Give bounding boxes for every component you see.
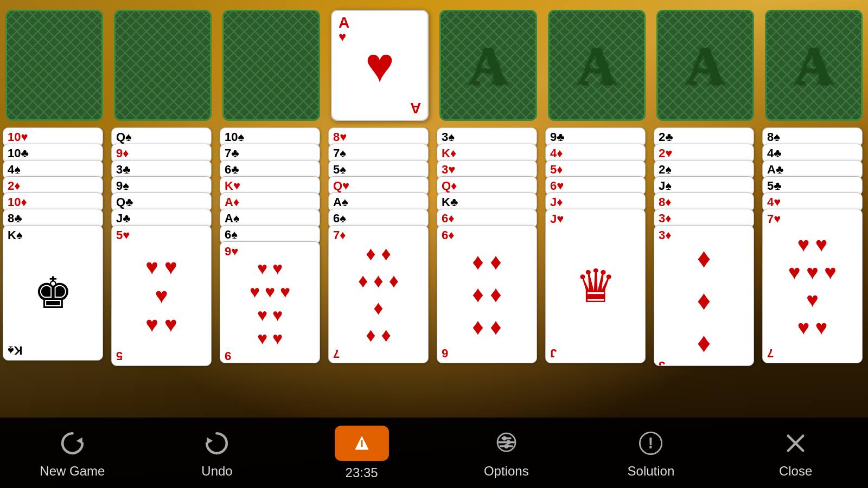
undo-label: Undo bbox=[201, 464, 232, 479]
game-area: A ♥ ♥ A A A A A 10♥ 1 bbox=[0, 0, 868, 488]
svg-text:!: ! bbox=[648, 433, 654, 451]
foundation-slot-5[interactable]: A bbox=[439, 10, 537, 121]
close-label: Close bbox=[779, 464, 812, 479]
column-1: 10♥ 10♣ 4♠ 2♦ 10♦ 8♣ bbox=[3, 127, 106, 418]
column-7: 2♣ 2♥ 2♠ J♠ 8♦ 3♦ 3♦ bbox=[654, 127, 757, 418]
new-game-label: New Game bbox=[40, 464, 105, 479]
card-6d-big[interactable]: 6♦ ♦ ♦ ♦ ♦ ♦ ♦ 6 bbox=[437, 225, 537, 363]
undo-button[interactable]: Undo bbox=[163, 427, 271, 479]
options-icon bbox=[490, 427, 522, 459]
options-label: Options bbox=[484, 464, 529, 479]
svg-marker-1 bbox=[207, 437, 213, 444]
card-5h[interactable]: 5♥ ♥ ♥ ♥ ♥ ♥ 5 bbox=[111, 225, 212, 366]
card-7d[interactable]: 7♦ ♦ ♦ ♦ ♦ ♦ ♦ ♦ ♦ 7 bbox=[328, 225, 429, 363]
close-button[interactable]: Close bbox=[742, 427, 850, 479]
timer-button[interactable]: 23:35 bbox=[308, 426, 416, 480]
column-2: Q♠ 9♦ 3♣ 9♠ Q♣ J♣ 5♥ bbox=[111, 127, 214, 418]
solution-button[interactable]: ! Solution bbox=[597, 427, 705, 479]
card-9h[interactable]: 9♥ ♥ ♥ ♥ ♥ ♥ ♥ ♥ ♥ ♥ 9 bbox=[220, 241, 320, 363]
close-icon bbox=[780, 427, 812, 459]
card-jh[interactable]: J♥ ♛ J bbox=[545, 209, 646, 363]
new-game-icon bbox=[56, 427, 88, 459]
stock-slot-1[interactable] bbox=[5, 10, 103, 121]
svg-marker-0 bbox=[76, 437, 82, 444]
column-6: 9♣ 4♦ 5♦ 6♥ J♦ J♥ ♛ J bbox=[545, 127, 648, 418]
undo-icon bbox=[201, 427, 233, 459]
timer-icon-container bbox=[335, 426, 389, 461]
solution-label: Solution bbox=[628, 464, 675, 479]
timer-label: 23:35 bbox=[346, 465, 378, 480]
options-button[interactable]: Options bbox=[452, 427, 560, 479]
top-area: A ♥ ♥ A A A A A bbox=[0, 5, 868, 125]
card-3d-big[interactable]: 3♦ ♦ ♦ ♦ 3 bbox=[654, 225, 754, 366]
foundation-slot-6[interactable]: A bbox=[548, 10, 646, 121]
card-ks[interactable]: K♠ ♚ K♠ bbox=[3, 225, 103, 361]
stock-slot-2[interactable] bbox=[114, 10, 212, 121]
tableau: 10♥ 10♣ 4♠ 2♦ 10♦ 8♣ bbox=[0, 127, 868, 418]
toolbar: New Game Undo 23:35 bbox=[0, 418, 868, 488]
card-7h[interactable]: 7♥ ♥ ♥ ♥ ♥ ♥ ♥ ♥ ♥ 7 bbox=[762, 209, 863, 363]
foundation-ace-hearts[interactable]: A ♥ ♥ A bbox=[331, 10, 429, 121]
stock-slot-3[interactable] bbox=[222, 10, 320, 121]
column-4: 8♥ 7♠ 5♠ Q♥ A♠ 6♠ 7♦ bbox=[328, 127, 431, 418]
column-8: 8♠ 4♣ A♣ 5♣ 4♥ 7♥ ♥ ♥ ♥ ♥ ♥ bbox=[762, 127, 865, 418]
solution-icon: ! bbox=[635, 427, 667, 459]
column-5: 3♠ K♦ 3♥ Q♦ K♣ 6♦ 6♦ bbox=[437, 127, 540, 418]
foundation-slot-8[interactable]: A bbox=[765, 10, 863, 121]
new-game-button[interactable]: New Game bbox=[18, 427, 126, 479]
foundation-slot-7[interactable]: A bbox=[656, 10, 754, 121]
column-3: 10♠ 7♣ 6♣ K♥ A♦ A♠ 6♠ bbox=[220, 127, 323, 418]
